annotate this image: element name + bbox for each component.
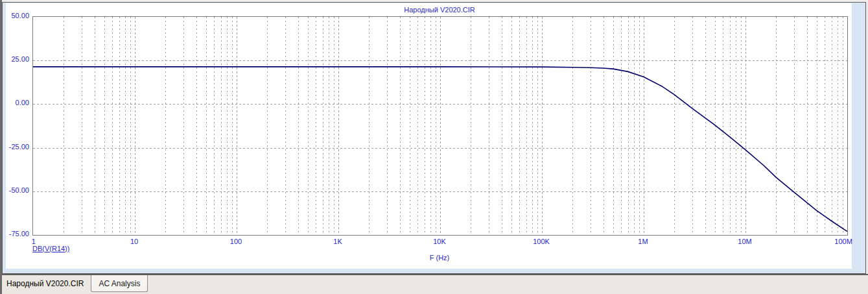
x-tick-label: 100M — [834, 238, 852, 245]
tab-circuit-file[interactable]: Народный V2020.CIR — [5, 275, 88, 292]
x-tick-label: 1M — [638, 238, 648, 245]
ac-analysis-plot-window: Народный V2020.CIR 50.0025.000.00-25.00-… — [2, 2, 866, 274]
x-tick-label: 10K — [433, 238, 446, 245]
trace-expression-link[interactable]: DB(V(R14)) — [32, 245, 69, 252]
bode-plot — [33, 17, 847, 235]
x-tick-label: 10 — [130, 238, 138, 245]
y-tick-label: 25.00 — [6, 55, 29, 63]
x-tick-label: 100K — [533, 238, 550, 245]
y-tick-label: -50.00 — [6, 186, 29, 194]
bottom-tab-bar: Народный V2020.CIR AC Analysis — [2, 274, 868, 294]
x-axis-title: F (Hz) — [32, 254, 847, 262]
plot-title: Народный V2020.CIR — [32, 6, 847, 14]
x-tick-label: 10M — [738, 238, 751, 245]
plot-canvas: Народный V2020.CIR 50.0025.000.00-25.00-… — [6, 3, 852, 269]
tab-ac-analysis[interactable]: AC Analysis — [91, 275, 148, 292]
y-tick-label: 0.00 — [6, 99, 29, 106]
y-tick-label: -75.00 — [6, 230, 29, 238]
bode-plot-frame — [32, 16, 848, 236]
y-tick-label: 50.00 — [6, 12, 29, 19]
microcap-main-window: Народный V2020.CIR 50.0025.000.00-25.00-… — [0, 0, 868, 294]
y-tick-label: -25.00 — [6, 143, 29, 151]
x-tick-label: 100 — [230, 238, 242, 245]
x-tick-label: 1K — [333, 238, 342, 245]
